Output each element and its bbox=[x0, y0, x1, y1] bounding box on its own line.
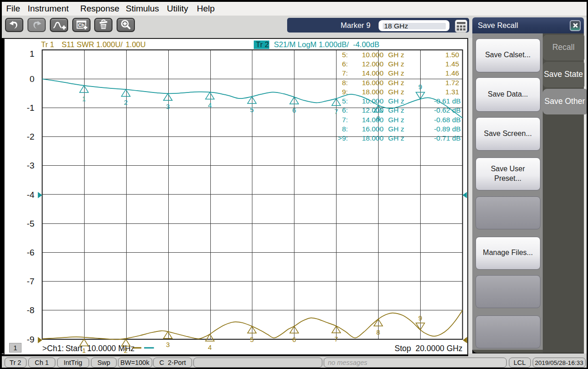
svg-text:5: 5 bbox=[250, 336, 253, 343]
svg-text:1: 1 bbox=[82, 347, 86, 354]
svg-text:8:: 8: bbox=[342, 125, 347, 133]
svg-text:1.45: 1.45 bbox=[445, 60, 459, 68]
svg-text:16.000: 16.000 bbox=[362, 125, 383, 133]
svg-text:S11 SWR 1.000U/: S11 SWR 1.000U/ bbox=[61, 40, 123, 49]
svg-text:5: 5 bbox=[250, 106, 253, 114]
svg-text:GH z: GH z bbox=[388, 116, 404, 124]
svg-text:1.31: 1.31 bbox=[445, 88, 459, 96]
svg-text:6:: 6: bbox=[342, 60, 347, 68]
svg-text:-0.62 dB: -0.62 dB bbox=[434, 106, 460, 114]
svg-text:>9:: >9: bbox=[337, 134, 347, 142]
svg-text:-4: -4 bbox=[27, 190, 34, 200]
svg-text:8:: 8: bbox=[342, 79, 347, 87]
svg-text:-6: -6 bbox=[27, 248, 34, 257]
svg-text:1: 1 bbox=[82, 95, 86, 103]
svg-text:14.000: 14.000 bbox=[362, 116, 383, 124]
svg-text:-1: -1 bbox=[27, 103, 34, 113]
svg-text:0: 0 bbox=[29, 74, 34, 84]
svg-text:8: 8 bbox=[376, 328, 380, 336]
svg-text:-7: -7 bbox=[27, 277, 34, 286]
svg-text:1.50: 1.50 bbox=[445, 51, 459, 59]
svg-text:GH z: GH z bbox=[388, 79, 404, 87]
svg-text:GH z: GH z bbox=[388, 125, 404, 133]
svg-text:4: 4 bbox=[208, 343, 211, 351]
svg-text:1.00U: 1.00U bbox=[125, 40, 145, 49]
svg-text:3: 3 bbox=[166, 103, 169, 110]
svg-text:-2: -2 bbox=[27, 132, 34, 141]
svg-text:10.000: 10.000 bbox=[362, 97, 383, 105]
svg-text:S21/M LogM 1.000dB/ -4.00dB: S21/M LogM 1.000dB/ -4.00dB bbox=[273, 40, 379, 49]
svg-text:-0.68 dB: -0.68 dB bbox=[434, 116, 460, 124]
svg-text:12.000: 12.000 bbox=[362, 60, 383, 68]
svg-text:GH z: GH z bbox=[388, 134, 404, 142]
svg-text:7: 7 bbox=[334, 108, 338, 115]
svg-text:12.000: 12.000 bbox=[362, 106, 383, 114]
svg-text:Tr 2: Tr 2 bbox=[256, 40, 269, 49]
svg-text:16.000: 16.000 bbox=[362, 79, 383, 87]
svg-text:GH z: GH z bbox=[388, 97, 404, 105]
svg-text:10.000: 10.000 bbox=[362, 51, 383, 59]
svg-text:-0.89 dB: -0.89 dB bbox=[434, 125, 460, 133]
svg-text:-0.71 dB: -0.71 dB bbox=[434, 134, 460, 142]
svg-text:18.000: 18.000 bbox=[362, 88, 383, 96]
svg-text:14.000: 14.000 bbox=[362, 69, 383, 77]
svg-text:5:: 5: bbox=[342, 51, 347, 59]
svg-text:2: 2 bbox=[124, 347, 128, 354]
svg-text:3: 3 bbox=[166, 341, 169, 348]
svg-text:7:: 7: bbox=[342, 116, 347, 124]
svg-text:9: 9 bbox=[418, 83, 422, 91]
svg-text:GH z: GH z bbox=[388, 88, 404, 96]
svg-text:-8: -8 bbox=[27, 305, 34, 315]
svg-text:1: 1 bbox=[29, 49, 34, 59]
svg-text:-9: -9 bbox=[27, 335, 34, 344]
svg-text:7:: 7: bbox=[342, 69, 347, 77]
svg-text:GH z: GH z bbox=[388, 69, 404, 77]
svg-text:-0.61 dB: -0.61 dB bbox=[434, 97, 460, 105]
svg-text:1.46: 1.46 bbox=[445, 69, 459, 77]
svg-text:>Ch1:: >Ch1: bbox=[42, 344, 64, 353]
svg-text:9:: 9: bbox=[342, 88, 347, 96]
svg-text:4: 4 bbox=[208, 101, 211, 109]
svg-text:6: 6 bbox=[292, 106, 296, 114]
svg-text:6:: 6: bbox=[342, 106, 347, 114]
svg-text:8: 8 bbox=[376, 114, 380, 122]
svg-text:5:: 5: bbox=[342, 97, 347, 105]
svg-text:1.72: 1.72 bbox=[445, 79, 459, 87]
svg-text:6: 6 bbox=[292, 336, 296, 343]
svg-text:7: 7 bbox=[334, 335, 338, 343]
svg-text:-5: -5 bbox=[27, 219, 34, 228]
svg-text:Stop 20.0000 GHz: Stop 20.0000 GHz bbox=[395, 344, 463, 353]
svg-text:Tr 1: Tr 1 bbox=[41, 40, 54, 49]
svg-text:-3: -3 bbox=[27, 161, 34, 170]
svg-text:2: 2 bbox=[124, 98, 128, 106]
svg-text:GH z: GH z bbox=[388, 51, 404, 59]
svg-text:9: 9 bbox=[418, 314, 422, 322]
svg-text:GH z: GH z bbox=[388, 106, 404, 114]
svg-text:GH z: GH z bbox=[388, 60, 404, 68]
svg-text:18.000: 18.000 bbox=[362, 134, 383, 142]
